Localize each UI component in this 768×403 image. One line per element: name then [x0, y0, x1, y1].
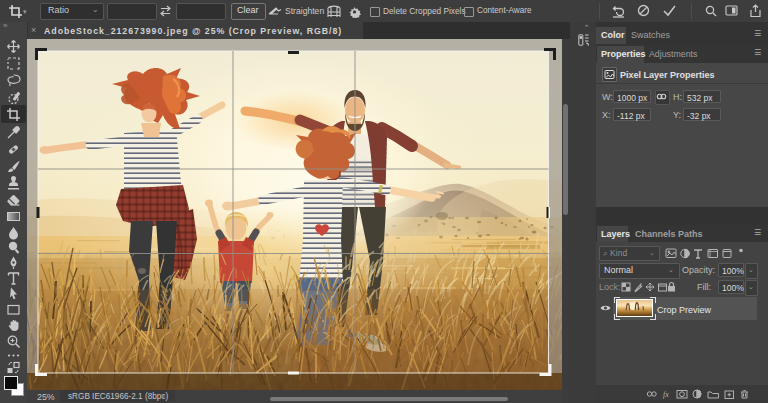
svg-text:fx: fx	[663, 390, 669, 399]
